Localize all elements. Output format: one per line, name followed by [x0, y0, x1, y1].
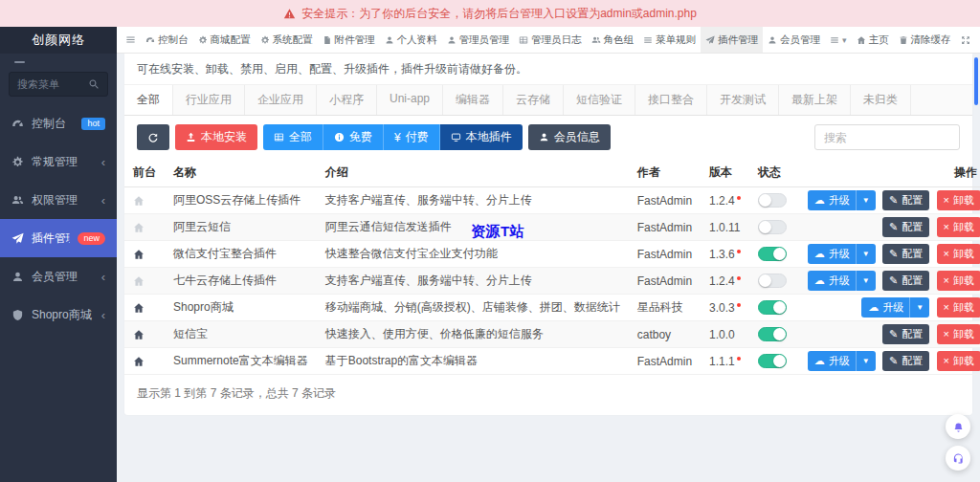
nav-menu-item[interactable]: 附件管理: [318, 27, 380, 54]
chevron-left-icon: ‹: [101, 270, 105, 284]
status-toggle[interactable]: [758, 300, 787, 315]
nav-menu-label: 控制台: [158, 33, 189, 47]
nav-menu-item[interactable]: 角色组: [587, 27, 639, 54]
category-tab[interactable]: 接口整合: [635, 85, 707, 115]
sidebar-toggle-button[interactable]: [121, 27, 141, 54]
category-tab[interactable]: 未归类: [851, 85, 911, 115]
nav-menu-item[interactable]: 菜单规则: [638, 27, 701, 54]
uninstall-button[interactable]: × 卸载: [937, 324, 980, 344]
category-tab[interactable]: 行业应用: [173, 85, 245, 115]
sidebar-badge: hot: [81, 118, 105, 130]
status-toggle[interactable]: [758, 354, 787, 368]
clear-cache-button[interactable]: 清除缓存: [894, 27, 956, 54]
category-tab[interactable]: Uni-app: [377, 85, 443, 115]
uninstall-button[interactable]: × 卸载: [937, 351, 980, 371]
upgrade-button[interactable]: ☁ 升级 ▼: [861, 297, 929, 318]
upgrade-button[interactable]: ☁ 升级 ▼: [808, 190, 876, 210]
x-icon: ×: [944, 302, 949, 313]
nav-menu-item[interactable]: 商城配置: [193, 27, 256, 54]
config-button[interactable]: ✎ 配置: [882, 271, 929, 291]
config-button[interactable]: ✎ 配置: [882, 190, 929, 210]
config-button[interactable]: ✎ 配置: [882, 351, 929, 371]
status-toggle[interactable]: [758, 327, 787, 341]
users-icon: [11, 194, 24, 207]
nav-menu-item[interactable]: 控制台: [141, 27, 193, 54]
category-tab[interactable]: 短信验证: [564, 85, 635, 115]
fullscreen-button[interactable]: [956, 27, 975, 54]
sidebar-item[interactable]: 插件管理 new: [0, 219, 117, 257]
caret-down-icon[interactable]: ▼: [856, 271, 876, 291]
caret-down-icon[interactable]: ▼: [856, 351, 876, 371]
config-button[interactable]: ✎ 配置: [882, 244, 929, 264]
scrollbar-thumb[interactable]: [974, 57, 978, 105]
cloud-icon: ☁: [814, 356, 825, 366]
filter-all-button[interactable]: 全部: [263, 124, 323, 150]
table-search-input[interactable]: [814, 124, 960, 150]
member-info-button[interactable]: 会员信息: [528, 124, 611, 150]
caret-down-icon[interactable]: ▼: [856, 244, 876, 264]
status-toggle[interactable]: [758, 274, 787, 288]
status-toggle[interactable]: [758, 247, 787, 261]
home-link[interactable]: 主页: [852, 27, 894, 54]
list-icon: [643, 35, 653, 45]
nav-menu-item[interactable]: 插件管理: [701, 27, 763, 54]
user-menu[interactable]: 创颜: [975, 27, 980, 54]
sidebar-item[interactable]: 常规管理 ‹: [0, 142, 117, 181]
nav-menu-item[interactable]: 会员管理: [763, 27, 825, 54]
upgrade-button[interactable]: ☁ 升级 ▼: [808, 271, 876, 291]
plugin-intro: 基于Bootstrap的富文本编辑器: [317, 348, 629, 375]
table-header-row: 前台 名称 介绍 作者 版本 状态 操作: [124, 159, 980, 187]
config-button[interactable]: ✎ 配置: [882, 324, 929, 344]
config-button[interactable]: ✎ 配置: [882, 217, 929, 237]
caret-down-icon[interactable]: ▼: [856, 190, 876, 210]
sidebar-item[interactable]: 权限管理 ‹: [0, 181, 117, 219]
status-toggle[interactable]: [758, 220, 787, 234]
category-tab[interactable]: 开发测试: [707, 85, 779, 115]
uninstall-button[interactable]: × 卸载: [937, 217, 980, 237]
sidebar-item[interactable]: Shopro商城 ‹: [0, 296, 117, 334]
security-warning-bar: 安全提示：为了你的后台安全，请勿将后台管理入口设置为admin或admin.ph…: [0, 0, 980, 27]
upgrade-button[interactable]: ☁ 升级 ▼: [808, 351, 876, 371]
nav-menu-item[interactable]: 管理员管理: [442, 27, 515, 54]
filter-local-button[interactable]: 本地插件: [440, 124, 523, 150]
plugin-version: 3.0.3: [701, 295, 749, 321]
caret-down-icon[interactable]: ▼: [909, 297, 929, 318]
home-label: 主页: [869, 33, 889, 47]
notification-fab[interactable]: [946, 414, 970, 439]
plugin-table: 前台 名称 介绍 作者 版本 状态 操作: [124, 159, 980, 375]
status-toggle[interactable]: [758, 193, 787, 208]
plugin-author: 星品科技: [629, 295, 701, 321]
uninstall-button[interactable]: × 卸载: [937, 271, 980, 291]
customer-service-fab[interactable]: [946, 446, 970, 471]
grid-icon: [274, 132, 284, 142]
nav-menu-item[interactable]: 个人资料: [380, 27, 442, 54]
upgrade-button[interactable]: ☁ 升级 ▼: [808, 244, 876, 264]
local-install-button[interactable]: 本地安装: [175, 124, 257, 150]
update-dot: [737, 303, 741, 307]
nav-menu-label: 管理员管理: [459, 33, 510, 47]
filter-free-button[interactable]: 免费: [323, 124, 384, 150]
uninstall-button[interactable]: × 卸载: [937, 244, 980, 264]
uninstall-button[interactable]: × 卸载: [937, 297, 980, 318]
hamburger-icon: [125, 34, 136, 45]
category-tab[interactable]: 全部: [124, 85, 173, 115]
category-tab[interactable]: 企业应用: [245, 85, 317, 115]
expand-icon: [961, 35, 970, 45]
file-icon: [323, 35, 332, 45]
category-tab[interactable]: 编辑器: [443, 85, 503, 115]
category-tab[interactable]: 小程序: [317, 85, 377, 115]
uninstall-button[interactable]: × 卸载: [937, 190, 980, 210]
more-menus-dropdown[interactable]: ▾: [825, 27, 852, 54]
sidebar-item[interactable]: 控制台 hot: [0, 104, 117, 142]
category-tab[interactable]: 云存储: [503, 85, 564, 115]
gauge-icon: [145, 35, 155, 45]
sidebar-item[interactable]: 会员管理 ‹: [0, 257, 117, 296]
nav-menu-item[interactable]: 管理员日志: [514, 27, 587, 54]
nav-menu-item[interactable]: 系统配置: [256, 27, 318, 54]
filter-paid-button[interactable]: ¥ 付费: [384, 124, 440, 150]
sidebar-search-input[interactable]: [17, 78, 85, 90]
category-tab[interactable]: 最新上架: [779, 85, 851, 115]
search-icon: [89, 79, 100, 90]
cloud-icon: ☁: [868, 302, 879, 313]
refresh-button[interactable]: [137, 124, 169, 150]
